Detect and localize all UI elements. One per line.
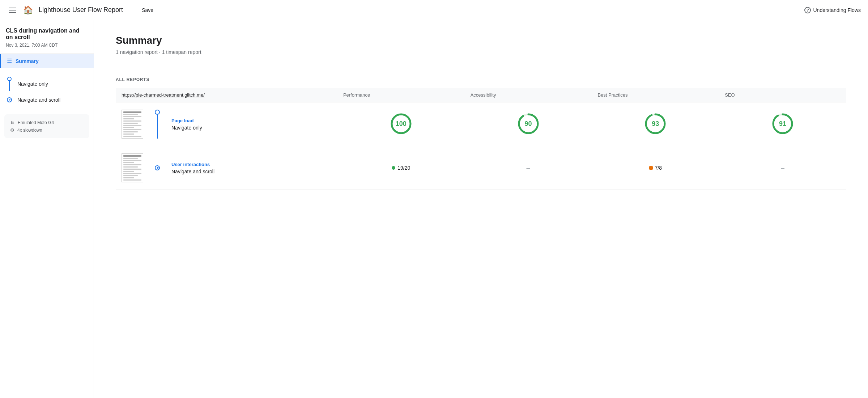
project-date: Nov 3, 2021, 7:00 AM CDT [6,43,88,48]
report-type: User interactions [171,162,332,167]
setting-device: 🖥 Emulated Moto G4 [10,119,84,126]
report-type: Page load [171,118,332,123]
timespan-bp-cell: 7/8 [592,146,719,190]
device-icon: 🖥 [10,120,15,125]
summary-section: Summary 1 navigation report · 1 timespan… [94,20,868,66]
th-url: https://pie-charmed-treatment.glitch.me/ [116,88,337,102]
help-icon: ? [804,7,811,13]
th-performance: Performance [337,88,465,102]
sidebar-summary-item[interactable]: ☰ Summary [0,54,94,68]
timespan-a11y-cell: – [465,146,592,190]
flow-connector-1 [6,77,13,91]
sidebar-item-navigate-and-scroll[interactable]: Navigate and scroll [0,94,94,106]
table-row: User interactions Navigate and scroll 19… [116,146,846,190]
timespan-seo-cell: – [719,146,846,190]
a11y-cell: 90 [465,102,592,146]
flow-label-1: Navigate only [17,81,48,87]
summary-heading: Summary [116,35,846,46]
reports-section: ALL REPORTS https://pie-charmed-treatmen… [94,66,868,201]
th-accessibility: Accessibility [465,88,592,102]
summary-list-icon: ☰ [7,58,12,64]
report-name[interactable]: Navigate and scroll [171,169,332,174]
table-row: Page load Navigate only 100 90 93 [116,102,846,146]
th-seo: SEO [719,88,846,102]
main-content: Summary 1 navigation report · 1 timespan… [94,20,868,398]
flow-line-1 [9,81,10,91]
thumbnail-cell [116,146,149,190]
app-title: Lighthouse User Flow Report [39,6,123,14]
summary-sub: 1 navigation report · 1 timespan report [116,49,846,55]
logo-icon: 🏠 [23,5,33,15]
flow-dot-1 [7,77,12,81]
project-title: CLS during navigation and on scroll [6,27,88,41]
flow-label-2: Navigate and scroll [17,97,60,103]
flow-connector-2 [6,97,13,102]
reports-table: https://pie-charmed-treatment.glitch.me/… [116,88,846,190]
sidebar-settings: 🖥 Emulated Moto G4 ⚙ 4x slowdown [4,114,89,138]
header: 🏠 Lighthouse User Flow Report Save ? Und… [0,0,868,20]
perf-cell: 100 [337,102,465,146]
device-label: Emulated Moto G4 [18,120,54,125]
save-button[interactable]: Save [137,5,158,15]
slowdown-icon: ⚙ [10,127,14,133]
header-right: ? Understanding Flows [804,7,861,13]
th-best-practices: Best Practices [592,88,719,102]
bp-cell: 93 [592,102,719,146]
setting-slowdown: ⚙ 4x slowdown [10,126,84,134]
seo-cell: 91 [719,102,846,146]
connector-cell [149,102,166,146]
summary-label: Summary [16,58,39,64]
sidebar-item-navigate-only[interactable]: Navigate only [0,74,94,94]
report-name[interactable]: Navigate only [171,125,332,131]
report-info-cell: Page load Navigate only [166,102,337,146]
flow-clock-icon [7,97,12,102]
timespan-perf-cell: 19/20 [337,146,465,190]
body-layout: CLS during navigation and on scroll Nov … [0,20,868,398]
sidebar: CLS during navigation and on scroll Nov … [0,20,94,398]
header-left: 🏠 Lighthouse User Flow Report Save [7,5,158,15]
connector-cell [149,146,166,190]
sidebar-project: CLS during navigation and on scroll Nov … [0,20,94,54]
help-label: Understanding Flows [813,7,861,13]
hamburger-menu[interactable] [7,6,17,14]
thumbnail-cell [116,102,149,146]
table-header-row: https://pie-charmed-treatment.glitch.me/… [116,88,846,102]
slowdown-label: 4x slowdown [17,128,42,133]
help-link[interactable]: ? Understanding Flows [804,7,861,13]
reports-section-label: ALL REPORTS [116,77,846,82]
sidebar-flows: Navigate only Navigate and scroll [0,68,94,111]
report-info-cell: User interactions Navigate and scroll [166,146,337,190]
